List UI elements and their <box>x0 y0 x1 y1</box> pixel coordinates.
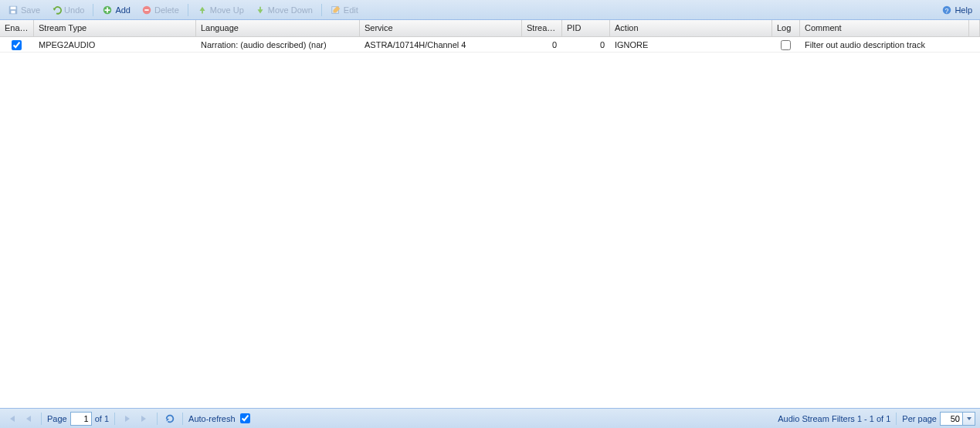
col-header-stream[interactable]: Stream Type <box>34 20 196 36</box>
add-icon <box>102 5 113 15</box>
cell-stream: MPEG2AUDIO <box>34 37 196 52</box>
help-label: Help <box>955 5 972 15</box>
toolbar-separator <box>321 4 322 16</box>
cell-action: IGNORE <box>610 37 772 52</box>
col-header-enabled[interactable]: Enabled <box>0 20 34 36</box>
refresh-button[interactable] <box>163 412 177 426</box>
perpage-input[interactable] <box>940 412 963 426</box>
toolbar-separator <box>188 4 188 16</box>
arrow-up-icon <box>197 5 208 15</box>
first-page-button[interactable] <box>5 412 19 426</box>
autorefresh-label: Auto-refresh <box>188 414 236 423</box>
status-text: Audio Stream Filters 1 - 1 of 1 <box>778 414 890 423</box>
col-header-end <box>969 20 980 36</box>
next-page-button[interactable] <box>120 412 134 426</box>
delete-label: Delete <box>154 5 179 15</box>
prev-page-button[interactable] <box>22 412 36 426</box>
footer-separator <box>157 413 158 425</box>
svg-text:?: ? <box>945 6 949 14</box>
svg-rect-2 <box>11 10 15 13</box>
undo-button[interactable]: Undo <box>46 2 89 18</box>
moveup-button[interactable]: Move Up <box>192 2 249 18</box>
add-button[interactable]: Add <box>97 2 135 18</box>
edit-icon <box>331 5 341 15</box>
col-header-pid[interactable]: PID <box>562 20 610 36</box>
perpage-label: Per page <box>902 414 937 423</box>
delete-icon <box>141 5 152 15</box>
table-row[interactable]: MPEG2AUDIO Narration: (audio described) … <box>0 37 980 53</box>
help-button[interactable]: ? Help <box>937 2 977 18</box>
footer-separator <box>41 413 42 425</box>
chevron-down-icon[interactable] <box>963 412 975 426</box>
col-header-comment[interactable]: Comment <box>800 20 969 36</box>
last-page-button[interactable] <box>137 412 151 426</box>
help-icon: ? <box>941 5 952 15</box>
moveup-label: Move Up <box>210 5 244 15</box>
col-header-lang[interactable]: Language <box>196 20 360 36</box>
svg-rect-1 <box>11 6 16 9</box>
perpage-combo[interactable] <box>940 412 975 426</box>
edit-label: Edit <box>344 5 358 15</box>
save-label: Save <box>21 5 40 15</box>
toolbar-separator <box>93 4 93 16</box>
save-button[interactable]: Save <box>3 2 45 18</box>
cell-pid: 0 <box>562 37 610 52</box>
page-input[interactable] <box>70 412 92 426</box>
delete-button[interactable]: Delete <box>137 2 184 18</box>
undo-icon <box>51 5 62 15</box>
col-header-action[interactable]: Action <box>610 20 772 36</box>
col-header-service[interactable]: Service <box>360 20 522 36</box>
cell-end <box>969 37 980 52</box>
page-of-text: of 1 <box>95 414 109 423</box>
grid-body: MPEG2AUDIO Narration: (audio described) … <box>0 37 980 408</box>
cell-comment: Filter out audio description track <box>800 37 969 52</box>
movedown-label: Move Down <box>268 5 313 15</box>
save-icon <box>8 5 19 15</box>
paging-toolbar: Page of 1 Auto-refresh Audio Stream Filt… <box>0 408 980 428</box>
enabled-checkbox[interactable] <box>12 40 22 50</box>
footer-separator <box>114 413 115 425</box>
top-toolbar: Save Undo Add Delete Move Up Move Down <box>0 0 980 20</box>
page-label: Page <box>47 414 67 423</box>
footer-separator <box>182 413 183 425</box>
cell-service: ASTRA/10714H/Channel 4 <box>360 37 522 52</box>
footer-separator <box>896 413 897 425</box>
undo-label: Undo <box>64 5 84 15</box>
cell-lang: Narration: (audio described) (nar) <box>196 37 360 52</box>
col-header-log[interactable]: Log <box>772 20 800 36</box>
cell-enabled[interactable] <box>0 37 34 52</box>
arrow-down-icon <box>255 5 266 15</box>
edit-button[interactable]: Edit <box>326 2 363 18</box>
cell-sin: 0 <box>522 37 562 52</box>
col-header-sin[interactable]: Stream In... <box>522 20 562 36</box>
cell-log[interactable] <box>772 37 800 52</box>
add-label: Add <box>115 5 131 15</box>
autorefresh-checkbox[interactable] <box>240 413 250 423</box>
movedown-button[interactable]: Move Down <box>250 2 317 18</box>
grid-header: Enabled Stream Type Language Service Str… <box>0 20 980 37</box>
log-checkbox[interactable] <box>781 40 791 50</box>
